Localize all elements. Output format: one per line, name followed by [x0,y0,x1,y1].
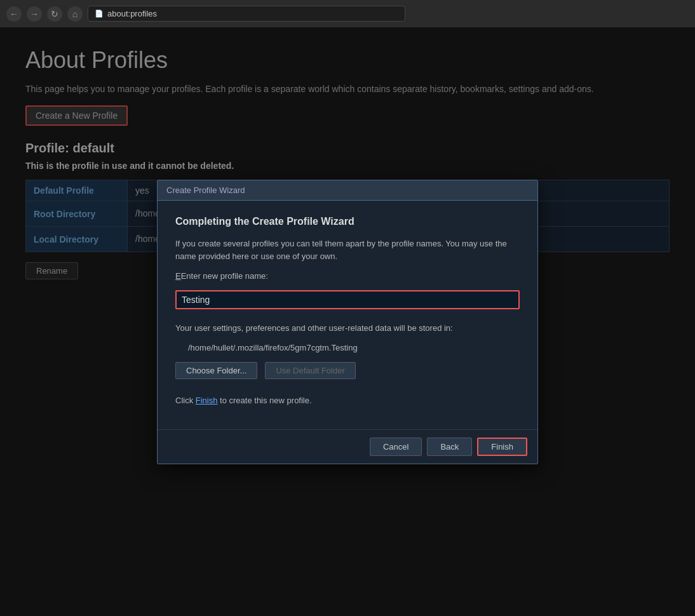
back-button[interactable]: ← [6,6,22,22]
wizard-description: If you create several profiles you can t… [175,238,520,262]
browser-chrome: ← → ↻ ⌂ 📄 about:profiles [0,0,695,28]
use-default-folder-button[interactable]: Use Default Folder [265,362,355,379]
storage-notice: Your user settings, preferences and othe… [175,322,520,335]
wizard-folder-buttons: Choose Folder... Use Default Folder [175,362,520,379]
address-bar[interactable]: 📄 about:profiles [88,6,405,22]
cancel-button[interactable]: Cancel [370,438,422,456]
forward-button[interactable]: → [27,6,42,22]
finish-link[interactable]: Finish [196,396,218,405]
wizard-window: Create Profile Wizard Completing the Cre… [157,180,538,464]
wizard-footer: Cancel Back Finish [158,429,537,464]
home-button[interactable]: ⌂ [67,6,83,22]
storage-path: /home/hullet/.mozilla/firefox/5gm7cgtm.T… [175,342,520,354]
wizard-titlebar: Create Profile Wizard [158,180,537,201]
reload-button[interactable]: ↻ [47,6,62,22]
profile-name-input[interactable] [175,290,520,309]
choose-folder-button[interactable]: Choose Folder... [175,362,257,379]
wizard-body: Completing the Create Profile Wizard If … [158,201,537,429]
profile-name-label: EEnter new profile name: [175,270,520,283]
finish-button[interactable]: Finish [477,438,527,456]
modal-overlay: Create Profile Wizard Completing the Cre… [0,28,695,616]
page-content: About Profiles This page helps you to ma… [0,28,695,616]
page-icon: 📄 [95,10,104,18]
url-text: about:profiles [107,9,157,18]
back-button-wizard[interactable]: Back [427,438,472,456]
wizard-heading: Completing the Create Profile Wizard [175,216,520,227]
finish-line: Click Finish to create this new profile. [175,394,520,407]
